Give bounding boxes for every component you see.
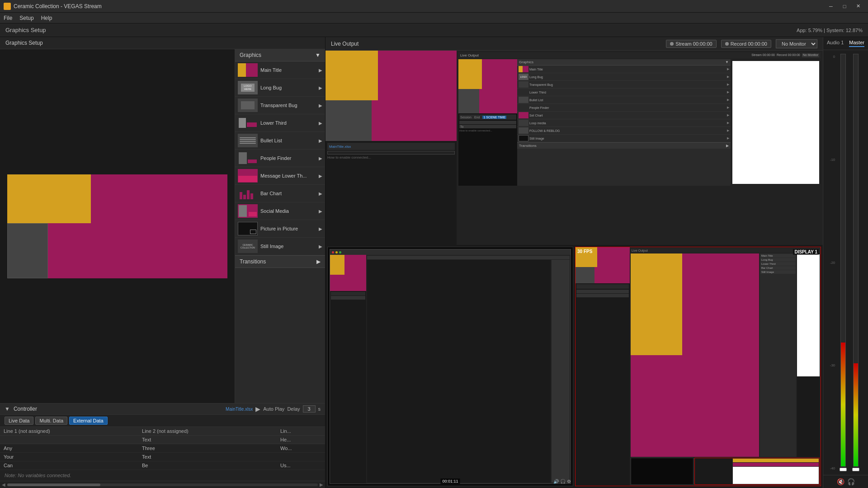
meter-fill-2 xyxy=(854,363,858,466)
graphics-item-lower-third[interactable]: Lower Third ▶ xyxy=(235,114,325,132)
transparent-bug-arrow: ▶ xyxy=(319,103,322,108)
controller-controls: MainTitle.xlsx ▶ Auto Play Delay s xyxy=(226,405,321,413)
graphics-item-social-media[interactable]: Social Media ▶ xyxy=(235,202,325,220)
table-row: Can Be Us... xyxy=(0,461,325,470)
live-output-content: MainTitle.xlsx How to enable connected..… xyxy=(326,51,823,488)
preview-canvas xyxy=(7,174,227,278)
graphics-item-still-image[interactable]: CERAMICCOLLECTION Still Image ▶ xyxy=(235,238,325,255)
right-panel: Live Output Stream 00:00:00 Record 00:00… xyxy=(326,37,823,488)
record-button[interactable]: Record 00:00:00 xyxy=(721,40,771,48)
play-button[interactable]: ▶ xyxy=(255,405,260,413)
tab-audio1[interactable]: Audio 1 xyxy=(827,40,844,47)
scroll-left-arrow[interactable]: ◀ xyxy=(2,482,5,487)
db-40: -40 xyxy=(830,466,835,470)
delay-input[interactable] xyxy=(303,405,316,413)
nested-left: MainTitle.xlsx How to enable connected..… xyxy=(326,51,457,245)
tab-multi-data[interactable]: Multi. Data xyxy=(35,417,67,425)
graphics-item-pip[interactable]: Picture in Picture ▶ xyxy=(235,220,325,238)
monitor-left: 00:01:11 🔊 🎧 ⚙ xyxy=(327,247,573,486)
live-preview-area: MainTitle.xlsx How to enable connected..… xyxy=(326,51,823,245)
graphics-item-transparent-bug[interactable]: Transparent Bug ▶ xyxy=(235,97,325,114)
preview-main xyxy=(0,49,235,403)
preview-dark-rect xyxy=(7,223,48,278)
nested-audio xyxy=(731,59,821,186)
record-dot xyxy=(725,42,729,46)
nested-graphics-list: Main Title▶ LOGO Long Bug▶ Transparent B… xyxy=(517,66,731,142)
people-finder-arrow: ▶ xyxy=(319,156,322,161)
meter-track-2 xyxy=(853,54,859,467)
tab-external-data[interactable]: External Data xyxy=(69,417,108,425)
app-system-stats: App: 5.79% | System: 12.87% xyxy=(797,28,863,33)
cell-any: Any xyxy=(0,444,138,453)
tab-master[interactable]: Master xyxy=(849,40,864,47)
controller-tabs: Live Data Multi. Data External Data xyxy=(0,415,325,427)
audio-header: Audio 1 Master xyxy=(823,37,868,50)
menu-setup[interactable]: Setup xyxy=(19,15,33,21)
settings-icon[interactable]: ⚙ xyxy=(567,479,571,484)
graphics-item-people-finder[interactable]: People Finder ▶ xyxy=(235,150,325,167)
monitor-controls: 🔊 🎧 ⚙ xyxy=(553,479,571,484)
monitor-right-inner: Live Output xyxy=(576,247,821,486)
preview-yellow-block xyxy=(7,174,91,223)
transparent-bug-label: Transparent Bug xyxy=(260,103,316,108)
cell-three: Three xyxy=(138,444,277,453)
col-text: Text xyxy=(138,436,277,444)
preview-magenta-block xyxy=(91,174,227,223)
message-lower-third-label: Message Lower Th... xyxy=(260,173,316,178)
scroll-track[interactable] xyxy=(7,483,318,486)
graphics-setup-title: Graphics Setup xyxy=(0,37,325,49)
transitions-header[interactable]: Transitions ▶ xyxy=(235,255,325,268)
graphics-item-main-title[interactable]: Main Title ▶ xyxy=(235,61,325,79)
monitor-select[interactable]: No Monitor xyxy=(776,39,817,48)
menu-file[interactable]: File xyxy=(4,15,12,21)
meter-track-1 xyxy=(840,54,846,467)
audio-meter-2 xyxy=(850,54,861,471)
menu-bar: File Setup Help xyxy=(0,13,868,23)
stream-dot xyxy=(670,42,674,46)
col-line2: Line 2 (not assigned) xyxy=(138,427,277,436)
db-10: -10 xyxy=(830,158,835,162)
controller-header: ▼ Controller MainTitle.xlsx ▶ Auto Play … xyxy=(0,404,325,415)
meter-knob-2[interactable] xyxy=(852,468,859,471)
live-output-controls: Stream 00:00:00 Record 00:00:00 No Monit… xyxy=(666,39,817,48)
meter-knob-1[interactable] xyxy=(840,468,847,471)
topbar-right: App: 5.79% | System: 12.87% xyxy=(797,28,863,33)
page-title: Graphics Setup xyxy=(5,27,46,33)
scrollbar-area: ◀ ▶ xyxy=(0,481,325,488)
controller-file[interactable]: MainTitle.xlsx xyxy=(226,407,253,412)
minimize-button[interactable]: ─ xyxy=(825,2,837,11)
main-title-arrow: ▶ xyxy=(319,68,322,73)
monitor-timecode: 00:01:11 xyxy=(440,479,460,484)
table-row: Your Text xyxy=(0,453,325,461)
tab-live-data[interactable]: Live Data xyxy=(5,417,33,425)
graphics-item-bar-chart[interactable]: Bar Chart ▶ xyxy=(235,185,325,202)
maximize-button[interactable]: □ xyxy=(838,2,851,11)
nested-right: Live Output Stream 00:00:00 Record 00:00… xyxy=(457,51,823,245)
graphics-item-long-bug[interactable]: LOGO HERE Long Bug ▶ xyxy=(235,79,325,97)
controller-dropdown-icon[interactable]: ▼ xyxy=(5,406,10,412)
cell-us: Us... xyxy=(277,461,325,470)
mute-button[interactable]: 🔇 xyxy=(837,478,844,485)
thumb-main-title xyxy=(238,63,258,77)
close-button[interactable]: ✕ xyxy=(852,2,864,11)
scroll-right-arrow[interactable]: ▶ xyxy=(320,482,323,487)
menu-help[interactable]: Help xyxy=(41,15,52,21)
still-image-label: Still Image xyxy=(260,244,316,249)
top-bar: Graphics Setup App: 5.79% | System: 12.8… xyxy=(0,23,868,37)
headphones-button[interactable]: 🎧 xyxy=(847,478,855,485)
vol-icon[interactable]: 🔊 xyxy=(553,479,559,484)
lower-third-label: Lower Third xyxy=(260,120,316,126)
headphone-icon[interactable]: 🎧 xyxy=(560,479,566,484)
nested-overlay: SessionEnd1 SCENE TIME To How to enable … xyxy=(458,113,517,133)
graphics-collapse-icon[interactable]: ▼ xyxy=(315,52,321,58)
message-lower-third-arrow: ▶ xyxy=(319,174,322,178)
stream-button[interactable]: Stream 00:00:00 xyxy=(666,40,716,48)
main-content: Graphics Setup Graphics ▼ xyxy=(0,37,868,488)
graphics-item-bullet-list[interactable]: Bullet List ▶ xyxy=(235,132,325,150)
graphics-item-message-lower-third[interactable]: Message Lower Th... ▶ xyxy=(235,167,325,185)
audio-panel: Audio 1 Master 0 -10 -20 -30 -40 xyxy=(823,37,868,488)
social-media-arrow: ▶ xyxy=(319,209,322,214)
bar-chart-label: Bar Chart xyxy=(260,191,316,196)
preview-magenta-bottom xyxy=(48,223,227,278)
thumb-people xyxy=(238,151,258,165)
